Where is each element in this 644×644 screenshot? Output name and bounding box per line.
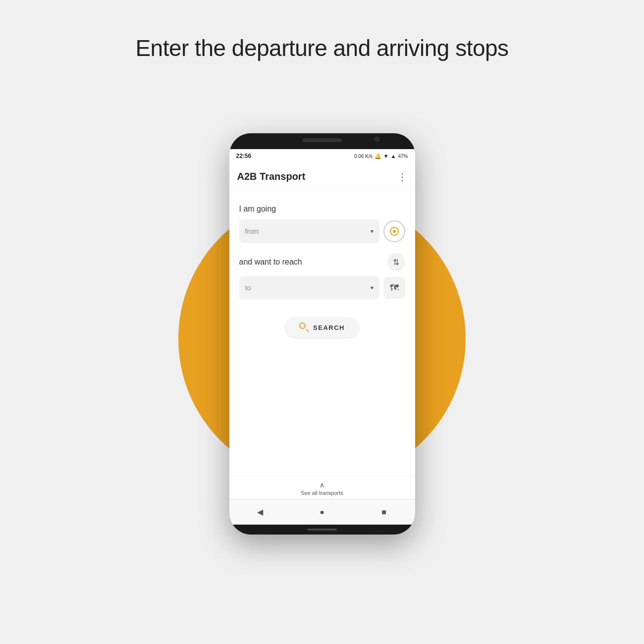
- notification-icon: 🔔: [375, 153, 381, 160]
- more-options-icon[interactable]: ⋮: [397, 171, 407, 183]
- from-dropdown-arrow: ▾: [371, 228, 374, 235]
- location-icon: [390, 227, 399, 236]
- page-title: Enter the departure and arriving stops: [135, 35, 508, 61]
- to-placeholder-text: to: [245, 284, 251, 292]
- between-row: and want to reach ⇅: [239, 253, 405, 271]
- signal-icon: ▲: [391, 153, 396, 159]
- bottom-sheet-arrow: ∧: [320, 481, 324, 489]
- to-input[interactable]: to ▾: [239, 276, 379, 300]
- going-label: I am going: [239, 205, 405, 214]
- app-bar: A2B Transport ⋮: [229, 163, 415, 191]
- status-right: 0.06 K/s 🔔 ▼ ▲ 47%: [354, 153, 408, 160]
- phone-screen: 22:56 0.06 K/s 🔔 ▼ ▲ 47% A2B Transport ⋮…: [229, 149, 415, 525]
- from-input[interactable]: from ▾: [239, 219, 379, 243]
- nav-recents-btn[interactable]: ■: [374, 502, 394, 522]
- phone-chin-bar: [307, 529, 337, 531]
- from-placeholder-text: from: [245, 227, 259, 235]
- app-title: A2B Transport: [237, 171, 397, 182]
- phone-camera: [375, 137, 379, 142]
- bottom-sheet[interactable]: ∧ See all transports: [229, 476, 415, 499]
- search-icon: [299, 322, 309, 332]
- phone-top-bar: [229, 133, 415, 149]
- status-bar: 22:56 0.06 K/s 🔔 ▼ ▲ 47%: [229, 149, 415, 163]
- phone-speaker: [302, 138, 342, 142]
- to-dropdown-arrow: ▾: [371, 284, 374, 291]
- phone-chin: [229, 525, 415, 535]
- nav-home-btn[interactable]: ●: [312, 502, 332, 522]
- search-handle: [306, 329, 309, 332]
- bottom-sheet-label: See all transports: [301, 490, 343, 496]
- map-btn[interactable]: 🗺: [383, 277, 405, 299]
- search-button[interactable]: SEARCH: [285, 318, 359, 337]
- to-field-row: to ▾ 🗺: [239, 276, 405, 300]
- want-reach-label: and want to reach: [239, 258, 302, 267]
- nav-back-btn[interactable]: ◀: [250, 502, 270, 522]
- scene: 22:56 0.06 K/s 🔔 ▼ ▲ 47% A2B Transport ⋮…: [149, 91, 495, 577]
- map-icon: 🗺: [390, 283, 399, 293]
- phone-nav-bar: ◀ ● ■: [229, 499, 415, 525]
- search-circle: [299, 322, 306, 329]
- network-speed: 0.06 K/s: [354, 154, 373, 159]
- phone-mockup: 22:56 0.06 K/s 🔔 ▼ ▲ 47% A2B Transport ⋮…: [229, 133, 415, 535]
- battery-level: 47%: [398, 154, 408, 159]
- app-content: I am going from ▾ and want to reach ⇅: [229, 191, 415, 476]
- status-time: 22:56: [236, 153, 252, 160]
- search-btn-wrap: SEARCH: [239, 318, 405, 337]
- from-field-row: from ▾: [239, 219, 405, 243]
- wifi-icon: ▼: [383, 153, 389, 159]
- swap-button[interactable]: ⇅: [387, 253, 405, 271]
- search-button-label: SEARCH: [313, 324, 345, 331]
- location-btn[interactable]: [383, 220, 405, 242]
